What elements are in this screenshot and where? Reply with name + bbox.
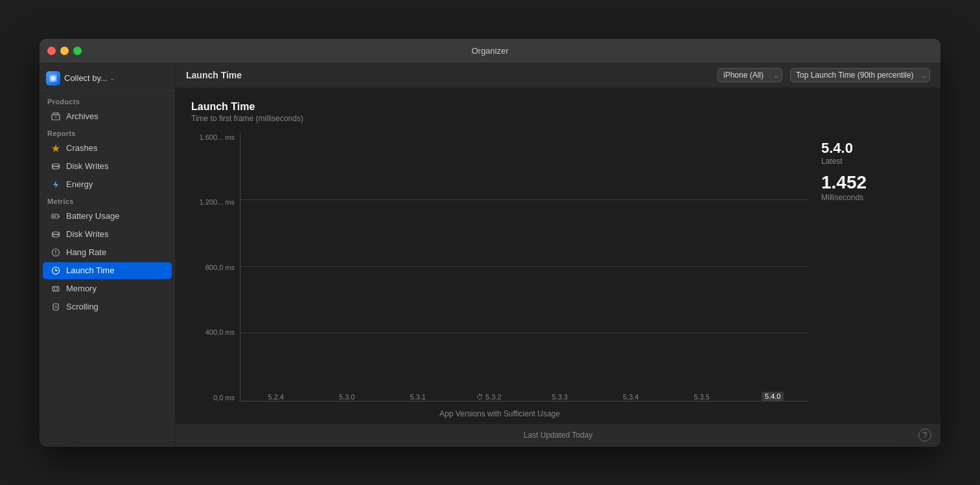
close-button[interactable] xyxy=(47,47,56,55)
chart-area: Launch Time Time to first frame (millise… xyxy=(176,88,940,423)
sidebar-item-archives[interactable]: Archives xyxy=(43,108,172,125)
footer-last-updated: Last Updated Today xyxy=(524,431,593,440)
memory-icon xyxy=(51,284,61,294)
bar-group-5-3-0: 5.3.0 xyxy=(317,389,378,401)
svg-marker-5 xyxy=(52,144,60,152)
grid-line-800 xyxy=(240,333,808,333)
svg-rect-12 xyxy=(58,216,60,217)
chart-left: 1.600... ms 1.200... ms 800,0 ms 400,0 m… xyxy=(191,133,808,423)
bar-group-5-2-4: 5.2.4 xyxy=(246,389,307,401)
battery-usage-icon xyxy=(51,211,61,221)
titlebar: Organizer xyxy=(40,39,940,63)
launch-time-icon xyxy=(51,265,61,276)
x-axis-label: App Versions with Sufficient Usage xyxy=(191,401,808,423)
memory-label: Memory xyxy=(66,284,97,293)
app-icon xyxy=(46,71,60,85)
chart-content: 1.600... ms 1.200... ms 800,0 ms 400,0 m… xyxy=(191,133,925,423)
bar-label-5-3-4: 5.3.4 xyxy=(623,393,638,401)
grid-line-1600 xyxy=(240,199,808,200)
bar-label-5-3-5: 5.3.5 xyxy=(694,393,710,401)
y-label-1600: 1.600... ms xyxy=(191,133,240,141)
hang-rate-icon xyxy=(51,247,61,258)
disk-writes-reports-icon xyxy=(51,161,61,172)
sidebar-item-disk-writes-reports[interactable]: Disk Writes xyxy=(43,158,172,175)
bar-group-5-3-4: 5.3.4 xyxy=(601,389,662,401)
bar-group-5-4-0: 5.4.0 xyxy=(743,388,804,401)
footer: Last Updated Today ? xyxy=(176,423,940,447)
help-button[interactable]: ? xyxy=(918,429,931,442)
traffic-lights xyxy=(47,47,82,55)
content-header: Launch Time iPhone (All) iPad (All) iPho… xyxy=(176,63,940,88)
content-title: Launch Time xyxy=(186,70,710,80)
dropdown-chevron-icon: ⌄ xyxy=(110,74,115,82)
disk-writes-metrics-label: Disk Writes xyxy=(66,229,108,239)
svg-rect-13 xyxy=(53,215,56,217)
launch-time-label: Launch Time xyxy=(66,265,114,275)
bar-group-5-3-5: 5.3.5 xyxy=(671,389,732,401)
metric-selector-wrapper[interactable]: Top Launch Time (90th percentile) Averag… xyxy=(790,68,930,82)
battery-usage-label: Battery Usage xyxy=(66,211,119,221)
sidebar-item-disk-writes-metrics[interactable]: Disk Writes xyxy=(43,226,172,243)
svg-point-6 xyxy=(52,164,60,166)
archive-icon xyxy=(51,111,61,122)
y-axis: 1.600... ms 1.200... ms 800,0 ms 400,0 m… xyxy=(191,133,240,401)
sidebar-item-scrolling[interactable]: Scrolling xyxy=(43,299,172,315)
disk-writes-reports-label: Disk Writes xyxy=(66,161,108,171)
collect-by-label: Collect by... xyxy=(64,73,108,83)
metrics-section-label: Metrics xyxy=(40,194,175,207)
svg-rect-22 xyxy=(52,287,59,291)
sidebar-item-crashes[interactable]: Crashes xyxy=(43,140,172,157)
stat-version-label: Latest xyxy=(821,157,843,166)
bar-label-5-3-3: 5.3.3 xyxy=(552,393,568,401)
sidebar-item-hang-rate[interactable]: Hang Rate xyxy=(43,244,172,261)
device-selector[interactable]: iPhone (All) iPad (All) iPhone Only iPad… xyxy=(718,68,782,82)
svg-point-1 xyxy=(51,76,56,81)
products-section-label: Products xyxy=(40,94,175,107)
svg-point-9 xyxy=(52,166,60,169)
scrolling-icon xyxy=(51,302,61,312)
stat-value: 1.452 xyxy=(821,172,867,193)
bar-label-5-3-1: 5.3.1 xyxy=(410,393,426,401)
stat-version: 5.4.0 xyxy=(821,140,853,157)
svg-point-14 xyxy=(52,232,60,234)
bar-label-5-2-4: 5.2.4 xyxy=(268,393,284,401)
maximize-button[interactable] xyxy=(73,47,82,55)
bar-label-5-3-2: ⏱ 5.3.2 xyxy=(476,393,502,401)
svg-rect-3 xyxy=(53,113,58,115)
bar-chart: 1.600... ms 1.200... ms 800,0 ms 400,0 m… xyxy=(191,133,808,401)
bar-label-5-4-0: 5.4.0 xyxy=(762,392,784,401)
bar-group-5-3-2: ⏱ 5.3.2 xyxy=(459,389,520,401)
energy-label: Energy xyxy=(66,179,93,189)
content-area: Launch Time iPhone (All) iPad (All) iPho… xyxy=(176,63,940,447)
sidebar-item-launch-time[interactable]: Launch Time xyxy=(43,262,172,279)
bar-label-5-3-0: 5.3.0 xyxy=(339,393,355,401)
device-selector-wrapper[interactable]: iPhone (All) iPad (All) iPhone Only iPad… xyxy=(718,68,782,82)
y-label-1200: 1.200... ms xyxy=(191,198,240,206)
sidebar-header[interactable]: Collect by... ⌄ xyxy=(40,66,175,91)
grid-line-1200 xyxy=(240,266,808,267)
chart-stats-panel: 5.4.0 Latest 1.452 Milliseconds xyxy=(808,133,925,423)
disk-writes-metrics-icon xyxy=(51,229,61,240)
metric-selector[interactable]: Top Launch Time (90th percentile) Averag… xyxy=(790,68,930,82)
y-label-400: 400,0 ms xyxy=(191,328,240,336)
y-label-0: 0,0 ms xyxy=(191,394,240,401)
y-label-800: 800,0 ms xyxy=(191,264,240,271)
collect-by-dropdown[interactable]: Collect by... ⌄ xyxy=(64,73,115,83)
crashes-label: Crashes xyxy=(66,143,97,153)
sidebar-item-battery-usage[interactable]: Battery Usage xyxy=(43,208,172,225)
sidebar: Collect by... ⌄ Products Archives Report… xyxy=(40,63,176,447)
main-layout: Collect by... ⌄ Products Archives Report… xyxy=(40,63,940,447)
main-window: Organizer Collect by... ⌄ Products xyxy=(40,39,940,447)
chart-title: Launch Time xyxy=(191,101,925,113)
bars-column: 5.2.4 5.3.0 xyxy=(240,133,808,401)
help-icon: ? xyxy=(923,431,928,440)
stat-unit: Milliseconds xyxy=(821,193,863,202)
sidebar-item-memory[interactable]: Memory xyxy=(43,280,172,297)
chart-subtitle: Time to first frame (milliseconds) xyxy=(191,114,925,123)
archives-label: Archives xyxy=(66,111,99,121)
svg-marker-10 xyxy=(53,181,58,188)
svg-point-17 xyxy=(52,234,60,237)
sidebar-item-energy[interactable]: Energy xyxy=(43,176,172,193)
bar-group-5-3-1: 5.3.1 xyxy=(388,389,449,401)
minimize-button[interactable] xyxy=(60,47,69,55)
